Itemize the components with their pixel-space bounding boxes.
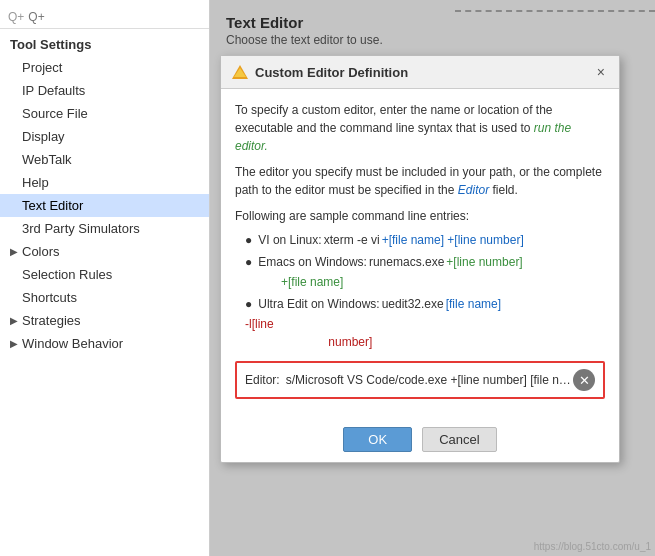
bullet-icon: ●	[245, 253, 252, 271]
sidebar: Q+ Tool Settings Project IP Defaults Sou…	[0, 0, 210, 556]
bullet-icon: ●	[245, 295, 252, 313]
sidebar-item-label: 3rd Party Simulators	[22, 221, 140, 236]
bullet-icon: ●	[245, 231, 252, 249]
sample-vi-args: +[file name] +[line number]	[382, 231, 524, 249]
sidebar-item-project[interactable]: Project	[0, 56, 209, 79]
sidebar-item-label: Display	[22, 129, 65, 144]
sidebar-item-label: Project	[22, 60, 62, 75]
sample-ue-args2: -l[line number]	[245, 315, 372, 351]
sidebar-item-label: Selection Rules	[22, 267, 112, 282]
sample-item-emacs: ● Emacs on Windows: runemacs.exe +[line …	[245, 253, 605, 291]
sample-emacs-cmd: runemacs.exe	[369, 253, 444, 271]
sidebar-item-label: Colors	[22, 244, 60, 259]
sample-entries-label: Following are sample command line entrie…	[235, 207, 605, 225]
watermark: https://blog.51cto.com/u_1	[534, 541, 651, 552]
sample-vi-prefix: VI on Linux:	[258, 231, 321, 249]
sample-item-ultraedit: ● Ultra Edit on Windows: uedit32.exe [fi…	[245, 295, 605, 351]
editor-input-field[interactable]	[286, 373, 573, 387]
expand-arrow-icon: ▶	[10, 315, 18, 326]
sample-ue-args: [file name]	[446, 295, 501, 313]
sidebar-item-3rd-party[interactable]: 3rd Party Simulators	[0, 217, 209, 240]
sample-ue-prefix: Ultra Edit on Windows:	[258, 295, 379, 313]
dialog-overlay: Custom Editor Definition × To specify a …	[210, 0, 655, 556]
dialog-para1: To specify a custom editor, enter the na…	[235, 101, 605, 155]
expand-arrow-icon: ▶	[10, 338, 18, 349]
sidebar-item-label: Strategies	[22, 313, 81, 328]
dialog-header: Custom Editor Definition ×	[221, 56, 619, 89]
clear-editor-button[interactable]: ✕	[573, 369, 595, 391]
sidebar-item-display[interactable]: Display	[0, 125, 209, 148]
sample-emacs-prefix: Emacs on Windows:	[258, 253, 367, 271]
dialog-title-row: Custom Editor Definition	[231, 63, 408, 81]
sidebar-item-webtalk[interactable]: WebTalk	[0, 148, 209, 171]
sidebar-item-colors[interactable]: ▶ Colors	[0, 240, 209, 263]
sidebar-item-shortcuts[interactable]: Shortcuts	[0, 286, 209, 309]
sidebar-item-window-behavior[interactable]: ▶ Window Behavior	[0, 332, 209, 355]
main-content: Text Editor Choose the text editor to us…	[210, 0, 655, 556]
dialog-body: To specify a custom editor, enter the na…	[221, 89, 619, 419]
dialog-para2: The editor you specify must be included …	[235, 163, 605, 199]
app-icon	[231, 63, 249, 81]
search-bar[interactable]: Q+	[0, 6, 209, 29]
editor-input-row: Editor: ✕	[235, 361, 605, 399]
dialog-close-button[interactable]: ×	[593, 63, 609, 81]
sidebar-item-label: Help	[22, 175, 49, 190]
sidebar-item-selection-rules[interactable]: Selection Rules	[0, 263, 209, 286]
search-input[interactable]	[28, 10, 201, 24]
sidebar-item-source-file[interactable]: Source File	[0, 102, 209, 125]
dialog-footer: OK Cancel	[221, 419, 619, 462]
sample-emacs-args2: +[file name]	[281, 273, 343, 291]
sidebar-item-label: WebTalk	[22, 152, 72, 167]
expand-arrow-icon: ▶	[10, 246, 18, 257]
sidebar-item-text-editor[interactable]: Text Editor	[0, 194, 209, 217]
sidebar-item-label: Shortcuts	[22, 290, 77, 305]
dialog-title: Custom Editor Definition	[255, 65, 408, 80]
sidebar-item-strategies[interactable]: ▶ Strategies	[0, 309, 209, 332]
sample-list: ● VI on Linux: xterm -e vi +[file name] …	[245, 231, 605, 351]
sidebar-section-label: Tool Settings	[0, 33, 209, 56]
editor-input-label: Editor:	[245, 371, 280, 389]
sample-item-vi: ● VI on Linux: xterm -e vi +[file name] …	[245, 231, 605, 249]
custom-editor-dialog: Custom Editor Definition × To specify a …	[220, 55, 620, 463]
sidebar-item-help[interactable]: Help	[0, 171, 209, 194]
sample-emacs-args: +[line number]	[446, 253, 522, 271]
sidebar-item-ip-defaults[interactable]: IP Defaults	[0, 79, 209, 102]
sidebar-item-label: IP Defaults	[22, 83, 85, 98]
sidebar-item-label: Source File	[22, 106, 88, 121]
sample-vi-cmd: xterm -e vi	[324, 231, 380, 249]
sidebar-item-label: Window Behavior	[22, 336, 123, 351]
para1-green: run the editor.	[235, 121, 571, 153]
sample-ue-cmd: uedit32.exe	[382, 295, 444, 313]
search-icon: Q+	[8, 10, 24, 24]
cancel-button[interactable]: Cancel	[422, 427, 496, 452]
sidebar-item-label: Text Editor	[22, 198, 83, 213]
para2-blue: Editor	[458, 183, 489, 197]
ok-button[interactable]: OK	[343, 427, 412, 452]
